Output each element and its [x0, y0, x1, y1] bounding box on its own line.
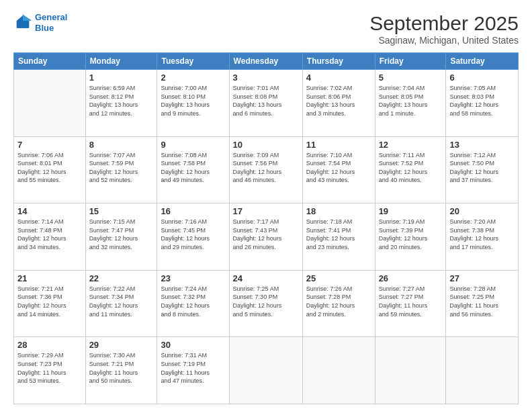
- table-row: 6Sunrise: 7:05 AM Sunset: 8:03 PM Daylig…: [446, 70, 519, 137]
- day-info: Sunrise: 7:27 AM Sunset: 7:27 PM Dayligh…: [379, 285, 443, 318]
- day-info: Sunrise: 7:26 AM Sunset: 7:28 PM Dayligh…: [306, 285, 371, 318]
- calendar-table: Sunday Monday Tuesday Wednesday Thursday…: [13, 52, 519, 404]
- table-row: 7Sunrise: 7:06 AM Sunset: 8:01 PM Daylig…: [14, 136, 86, 203]
- logo-text: General Blue: [35, 12, 67, 33]
- day-number: 2: [161, 73, 225, 83]
- day-info: Sunrise: 7:01 AM Sunset: 8:08 PM Dayligh…: [233, 84, 299, 118]
- logo-line1: General: [35, 12, 67, 22]
- svg-marker-1: [23, 14, 31, 20]
- day-info: Sunrise: 7:21 AM Sunset: 7:36 PM Dayligh…: [17, 285, 82, 318]
- day-info: Sunrise: 7:29 AM Sunset: 7:23 PM Dayligh…: [17, 351, 82, 385]
- table-row: 19Sunrise: 7:19 AM Sunset: 7:39 PM Dayli…: [375, 203, 446, 271]
- table-row: [302, 337, 375, 404]
- table-row: 28Sunrise: 7:29 AM Sunset: 7:23 PM Dayli…: [14, 337, 86, 404]
- table-row: 17Sunrise: 7:17 AM Sunset: 7:43 PM Dayli…: [229, 203, 302, 271]
- table-row: 13Sunrise: 7:12 AM Sunset: 7:50 PM Dayli…: [446, 136, 519, 203]
- day-number: 27: [449, 273, 515, 283]
- day-info: Sunrise: 6:59 AM Sunset: 8:12 PM Dayligh…: [89, 84, 154, 118]
- table-row: 24Sunrise: 7:25 AM Sunset: 7:30 PM Dayli…: [229, 270, 302, 337]
- day-number: 14: [17, 206, 82, 216]
- day-number: 19: [379, 206, 443, 216]
- logo-line2: Blue: [35, 23, 54, 33]
- day-number: 28: [17, 340, 82, 350]
- logo-icon: [13, 13, 32, 32]
- day-number: 11: [306, 140, 371, 150]
- day-info: Sunrise: 7:06 AM Sunset: 8:01 PM Dayligh…: [17, 151, 82, 185]
- table-row: 15Sunrise: 7:15 AM Sunset: 7:47 PM Dayli…: [85, 203, 157, 271]
- table-row: 2Sunrise: 7:00 AM Sunset: 8:10 PM Daylig…: [157, 70, 229, 137]
- day-number: 10: [233, 140, 299, 150]
- day-number: 5: [379, 73, 443, 83]
- day-info: Sunrise: 7:20 AM Sunset: 7:38 PM Dayligh…: [449, 218, 515, 251]
- header: General Blue September 2025 Saginaw, Mic…: [13, 12, 519, 46]
- table-row: 18Sunrise: 7:18 AM Sunset: 7:41 PM Dayli…: [302, 203, 375, 271]
- day-number: 21: [17, 273, 82, 283]
- table-row: 16Sunrise: 7:16 AM Sunset: 7:45 PM Dayli…: [157, 203, 229, 271]
- day-info: Sunrise: 7:12 AM Sunset: 7:50 PM Dayligh…: [449, 151, 515, 185]
- col-friday: Friday: [375, 53, 446, 70]
- day-info: Sunrise: 7:09 AM Sunset: 7:56 PM Dayligh…: [233, 151, 299, 185]
- day-number: 23: [161, 273, 225, 283]
- day-info: Sunrise: 7:28 AM Sunset: 7:25 PM Dayligh…: [449, 285, 515, 318]
- table-row: 30Sunrise: 7:31 AM Sunset: 7:19 PM Dayli…: [157, 337, 229, 404]
- table-row: 11Sunrise: 7:10 AM Sunset: 7:54 PM Dayli…: [302, 136, 375, 203]
- day-info: Sunrise: 7:02 AM Sunset: 8:06 PM Dayligh…: [306, 84, 371, 118]
- col-saturday: Saturday: [446, 53, 519, 70]
- day-number: 24: [233, 273, 299, 283]
- day-info: Sunrise: 7:10 AM Sunset: 7:54 PM Dayligh…: [306, 151, 371, 185]
- table-row: 9Sunrise: 7:08 AM Sunset: 7:58 PM Daylig…: [157, 136, 229, 203]
- day-info: Sunrise: 7:22 AM Sunset: 7:34 PM Dayligh…: [89, 285, 154, 318]
- subtitle: Saginaw, Michigan, United States: [369, 35, 519, 46]
- col-wednesday: Wednesday: [229, 53, 302, 70]
- day-number: 9: [161, 140, 225, 150]
- day-number: 29: [89, 340, 154, 350]
- table-row: 27Sunrise: 7:28 AM Sunset: 7:25 PM Dayli…: [446, 270, 519, 337]
- table-row: 8Sunrise: 7:07 AM Sunset: 7:59 PM Daylig…: [85, 136, 157, 203]
- day-info: Sunrise: 7:14 AM Sunset: 7:48 PM Dayligh…: [17, 218, 82, 251]
- table-row: 14Sunrise: 7:14 AM Sunset: 7:48 PM Dayli…: [14, 203, 86, 271]
- day-number: 16: [161, 206, 225, 216]
- table-row: 5Sunrise: 7:04 AM Sunset: 8:05 PM Daylig…: [375, 70, 446, 137]
- table-row: 20Sunrise: 7:20 AM Sunset: 7:38 PM Dayli…: [446, 203, 519, 271]
- col-sunday: Sunday: [14, 53, 86, 70]
- day-info: Sunrise: 7:19 AM Sunset: 7:39 PM Dayligh…: [379, 218, 443, 251]
- day-number: 8: [89, 140, 154, 150]
- table-row: 1Sunrise: 6:59 AM Sunset: 8:12 PM Daylig…: [85, 70, 157, 137]
- day-info: Sunrise: 7:31 AM Sunset: 7:19 PM Dayligh…: [161, 351, 225, 385]
- logo: General Blue: [13, 12, 67, 33]
- table-row: [375, 337, 446, 404]
- day-info: Sunrise: 7:11 AM Sunset: 7:52 PM Dayligh…: [379, 151, 443, 185]
- col-tuesday: Tuesday: [157, 53, 229, 70]
- day-number: 22: [89, 273, 154, 283]
- day-number: 25: [306, 273, 371, 283]
- svg-rect-2: [17, 21, 28, 28]
- day-number: 13: [449, 140, 515, 150]
- table-row: 3Sunrise: 7:01 AM Sunset: 8:08 PM Daylig…: [229, 70, 302, 137]
- main-title: September 2025: [369, 12, 519, 35]
- table-row: 22Sunrise: 7:22 AM Sunset: 7:34 PM Dayli…: [85, 270, 157, 337]
- day-number: 17: [233, 206, 299, 216]
- day-info: Sunrise: 7:00 AM Sunset: 8:10 PM Dayligh…: [161, 84, 225, 118]
- day-info: Sunrise: 7:30 AM Sunset: 7:21 PM Dayligh…: [89, 351, 154, 385]
- day-number: 1: [89, 73, 154, 83]
- col-monday: Monday: [85, 53, 157, 70]
- day-info: Sunrise: 7:05 AM Sunset: 8:03 PM Dayligh…: [449, 84, 515, 118]
- table-row: 25Sunrise: 7:26 AM Sunset: 7:28 PM Dayli…: [302, 270, 375, 337]
- table-row: 10Sunrise: 7:09 AM Sunset: 7:56 PM Dayli…: [229, 136, 302, 203]
- day-number: 18: [306, 206, 371, 216]
- table-row: [446, 337, 519, 404]
- day-info: Sunrise: 7:17 AM Sunset: 7:43 PM Dayligh…: [233, 218, 299, 251]
- table-row: [229, 337, 302, 404]
- day-number: 6: [449, 73, 515, 83]
- day-info: Sunrise: 7:15 AM Sunset: 7:47 PM Dayligh…: [89, 218, 154, 251]
- day-info: Sunrise: 7:07 AM Sunset: 7:59 PM Dayligh…: [89, 151, 154, 185]
- table-row: 29Sunrise: 7:30 AM Sunset: 7:21 PM Dayli…: [85, 337, 157, 404]
- header-row: Sunday Monday Tuesday Wednesday Thursday…: [14, 53, 519, 70]
- table-row: 12Sunrise: 7:11 AM Sunset: 7:52 PM Dayli…: [375, 136, 446, 203]
- day-number: 30: [161, 340, 225, 350]
- day-number: 12: [379, 140, 443, 150]
- day-number: 26: [379, 273, 443, 283]
- page: General Blue September 2025 Saginaw, Mic…: [0, 0, 532, 411]
- day-number: 15: [89, 206, 154, 216]
- table-row: 4Sunrise: 7:02 AM Sunset: 8:06 PM Daylig…: [302, 70, 375, 137]
